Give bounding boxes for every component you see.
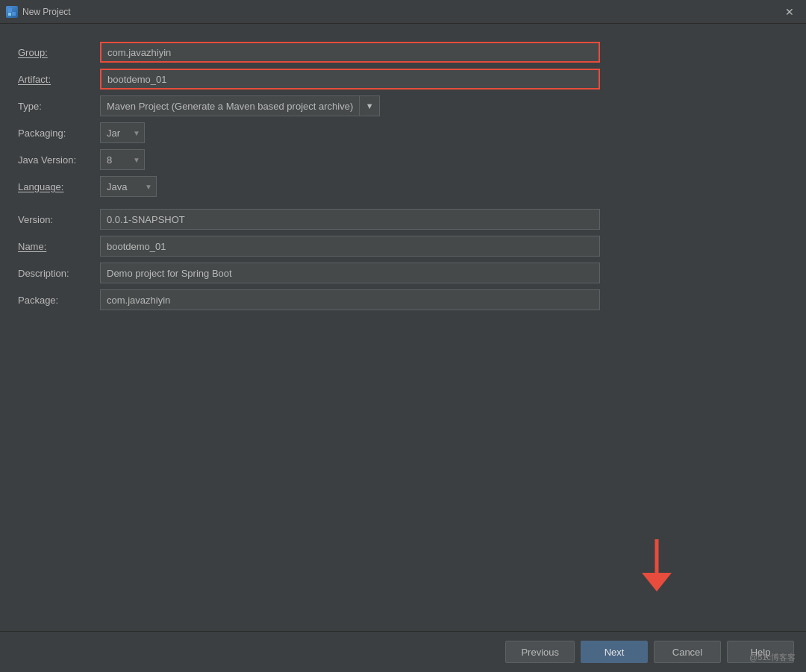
type-control: Maven Project (Generate a Maven based pr…	[100, 92, 600, 119]
dialog-footer: Previous Next Cancel Help @51c博客客	[0, 631, 806, 672]
description-control	[100, 260, 600, 286]
packaging-select[interactable]: Jar War	[100, 122, 145, 143]
new-project-dialog: New Project ✕ Group: Artifact: Type: Mav…	[0, 0, 806, 672]
dialog-title: New Project	[22, 7, 779, 17]
artifact-control	[100, 66, 600, 92]
description-input[interactable]	[100, 263, 600, 283]
watermark: @51c博客客	[749, 652, 796, 663]
app-icon	[6, 6, 18, 18]
group-label: Group:	[18, 39, 100, 66]
spacer2	[100, 200, 600, 206]
title-bar: New Project ✕	[0, 0, 806, 24]
artifact-label: Artifact:	[18, 66, 100, 92]
next-button[interactable]: Next	[581, 641, 648, 663]
version-control	[100, 206, 600, 233]
java-version-select[interactable]: 8 11 17	[100, 149, 145, 170]
description-label: Description:	[18, 260, 100, 286]
packaging-select-wrapper: Jar War ▼	[100, 122, 145, 143]
package-input[interactable]	[100, 289, 600, 310]
group-input[interactable]	[100, 42, 600, 63]
name-label: Name:	[18, 233, 100, 260]
language-select[interactable]: Java Kotlin Groovy	[100, 176, 157, 197]
packaging-control: Jar War ▼	[100, 119, 600, 146]
language-control: Java Kotlin Groovy ▼	[100, 173, 600, 200]
close-button[interactable]: ✕	[779, 1, 800, 22]
package-control	[100, 286, 600, 313]
java-version-select-wrapper: 8 11 17 ▼	[100, 149, 145, 170]
type-select-wrapper: Maven Project (Generate a Maven based pr…	[100, 95, 380, 116]
cancel-button[interactable]: Cancel	[654, 641, 721, 663]
version-label: Version:	[18, 206, 100, 233]
type-dropdown-button[interactable]: ▼	[359, 95, 380, 116]
java-version-control: 8 11 17 ▼	[100, 146, 600, 173]
svg-marker-4	[642, 573, 672, 591]
type-text: Maven Project (Generate a Maven based pr…	[100, 95, 359, 116]
svg-rect-1	[12, 12, 16, 16]
name-input[interactable]	[100, 236, 600, 257]
group-control	[100, 39, 600, 66]
artifact-input[interactable]	[100, 69, 600, 90]
previous-button[interactable]: Previous	[505, 641, 575, 663]
package-label: Package:	[18, 286, 100, 313]
next-arrow-indicator	[634, 536, 679, 595]
packaging-label: Packaging:	[18, 119, 100, 146]
svg-rect-0	[8, 8, 12, 12]
language-select-wrapper: Java Kotlin Groovy ▼	[100, 176, 157, 197]
java-version-label: Java Version:	[18, 146, 100, 173]
form-content: Group: Artifact: Type: Maven Project (Ge…	[0, 24, 806, 631]
spacer	[18, 200, 100, 206]
version-input[interactable]	[100, 209, 600, 230]
language-label: Language:	[18, 173, 100, 200]
name-control	[100, 233, 600, 260]
form-grid: Group: Artifact: Type: Maven Project (Ge…	[18, 39, 600, 313]
svg-rect-2	[8, 13, 11, 16]
type-label: Type:	[18, 92, 100, 119]
